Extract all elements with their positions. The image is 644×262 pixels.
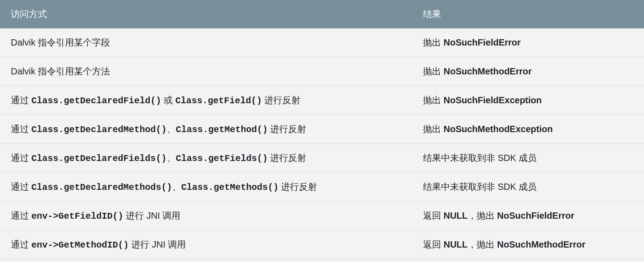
text-segment: 、 [167,153,176,163]
text-segment: NoSuchFieldError [497,211,574,221]
text-segment: 抛出 [423,37,444,47]
text-segment: NULL [443,211,467,221]
text-segment: 抛出 [423,95,444,105]
header-method: 访问方式 [0,0,412,28]
table-header-row: 访问方式 结果 [0,0,644,28]
text-segment: 通过 [11,211,32,221]
text-segment: ，抛出 [468,211,497,221]
cell-method: Dalvik 指令引用某个字段 [0,28,412,57]
text-segment: NoSuchMethodException [443,124,552,134]
text-segment: Class.getFields() [176,153,268,164]
table-row: 通过 Class.getDeclaredField() 或 Class.getF… [0,86,644,115]
cell-result: 返回 NULL，抛出 NoSuchFieldError [412,202,644,230]
cell-method: Dalvik 指令引用某个方法 [0,57,412,86]
table-row: 通过 Class.getDeclaredMethods()、Class.getM… [0,173,644,202]
text-segment: Class.getDeclaredFields() [32,153,167,164]
cell-result: 结果中未获取到非 SDK 成员 [412,173,644,202]
cell-result: 结果中未获取到非 SDK 成员 [412,144,644,173]
text-segment: env->GetMethodID() [32,240,129,250]
table-row: 通过 env->GetMethodID() 进行 JNI 调用返回 NULL，抛… [0,230,644,259]
cell-method: 通过 Class.getDeclaredMethod()、Class.getMe… [0,115,412,144]
text-segment: Class.getMethods() [181,182,279,193]
text-segment: 通过 [11,182,32,192]
table-row: 通过 Class.getDeclaredMethod()、Class.getMe… [0,115,644,144]
cell-method: 通过 Class.getDeclaredFields()、Class.getFi… [0,144,412,173]
table-row: 通过 Class.getDeclaredFields()、Class.getFi… [0,144,644,173]
text-segment: 、 [172,182,181,192]
text-segment: 进行 JNI 调用 [129,239,186,249]
cell-result: 抛出 NoSuchFieldError [412,28,644,57]
table-row: Dalvik 指令引用某个方法抛出 NoSuchMethodError [0,57,644,86]
text-segment: Class.getDeclaredMethods() [32,182,172,193]
text-segment: 抛出 [423,124,444,134]
table-row: 通过 env->GetFieldID() 进行 JNI 调用返回 NULL，抛出… [0,202,644,230]
text-segment: 通过 [11,239,32,249]
text-segment: 通过 [11,95,32,105]
cell-method: 通过 env->GetMethodID() 进行 JNI 调用 [0,230,412,259]
cell-method: 通过 Class.getDeclaredMethods()、Class.getM… [0,173,412,202]
text-segment: Class.getMethod() [176,124,268,135]
table-row: Dalvik 指令引用某个字段抛出 NoSuchFieldError [0,28,644,57]
text-segment: NoSuchMethodError [443,66,532,76]
text-segment: NoSuchFieldError [443,37,520,47]
text-segment: 结果中未获取到非 SDK 成员 [423,182,537,192]
api-access-table: 访问方式 结果 Dalvik 指令引用某个字段抛出 NoSuchFieldErr… [0,0,644,259]
text-segment: ，抛出 [468,239,497,249]
text-segment: 通过 [11,124,32,134]
cell-result: 抛出 NoSuchFieldException [412,86,644,115]
text-segment: 进行反射 [268,124,307,134]
text-segment: 、 [167,124,176,134]
header-result: 结果 [412,0,644,28]
text-segment: env->GetFieldID() [32,211,124,221]
text-segment: 返回 [423,211,444,221]
cell-result: 抛出 NoSuchMethodException [412,115,644,144]
text-segment: 进行反射 [268,153,307,163]
cell-method: 通过 Class.getDeclaredField() 或 Class.getF… [0,86,412,115]
text-segment: Class.getDeclaredMethod() [32,124,167,135]
text-segment: Dalvik 指令引用某个字段 [11,37,110,47]
text-segment: Dalvik 指令引用某个方法 [11,66,110,76]
text-segment: NoSuchMethodError [497,239,585,249]
text-segment: 返回 [423,239,444,249]
text-segment: Class.getDeclaredField() [32,96,161,106]
text-segment: 进行 JNI 调用 [124,211,181,221]
text-segment: 或 [161,95,175,105]
text-segment: 进行反射 [279,182,317,192]
text-segment: NULL [443,239,467,249]
cell-result: 返回 NULL，抛出 NoSuchMethodError [412,230,644,259]
text-segment: NoSuchFieldException [443,95,542,105]
text-segment: 通过 [11,153,32,163]
cell-method: 通过 env->GetFieldID() 进行 JNI 调用 [0,202,412,230]
text-segment: 结果中未获取到非 SDK 成员 [423,153,537,163]
table-body: Dalvik 指令引用某个字段抛出 NoSuchFieldErrorDalvik… [0,28,644,259]
text-segment: 进行反射 [262,95,301,105]
cell-result: 抛出 NoSuchMethodError [412,57,644,86]
text-segment: Class.getField() [175,96,262,106]
text-segment: 抛出 [423,66,444,76]
